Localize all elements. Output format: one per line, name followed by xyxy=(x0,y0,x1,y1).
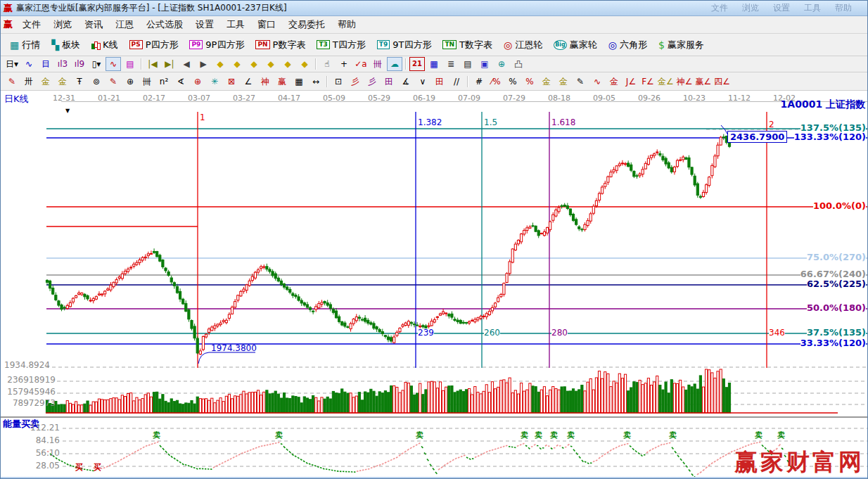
menu-item-江恩[interactable]: 江恩 xyxy=(109,17,140,32)
gann-star-icon[interactable]: ✳ xyxy=(207,75,222,89)
ruler-123-icon[interactable]: ▦ xyxy=(291,75,307,89)
wave-red-icon[interactable]: ∿ xyxy=(589,75,605,89)
gann-gold-2-icon[interactable]: 金 xyxy=(55,75,70,89)
candle-pencil-icon[interactable]: ✎ xyxy=(573,75,588,89)
bars-3-icon[interactable]: ıl3 xyxy=(55,57,70,71)
hatch-lines-icon[interactable]: 卅 xyxy=(21,75,37,89)
grid-red-icon[interactable]: 田 xyxy=(432,75,447,89)
gann-gold-1-icon[interactable]: 金 xyxy=(38,75,53,89)
sectors-button[interactable]: ▚板块 xyxy=(46,37,85,53)
fan-red-icon[interactable]: 彡 xyxy=(347,75,363,89)
winner-wheel-icon: Big xyxy=(554,40,567,50)
diamond-left-icon[interactable]: ◆ xyxy=(212,57,228,71)
gold-circle-icon[interactable]: 金 xyxy=(539,75,554,89)
last-bar-icon[interactable]: ▶| xyxy=(162,57,177,71)
menu-item-资讯[interactable]: 资讯 xyxy=(78,17,109,32)
width-arrows-icon[interactable]: ↔ xyxy=(308,75,324,89)
diamond-h-expand-icon[interactable]: ◆ xyxy=(246,57,262,71)
percent-icon[interactable]: % xyxy=(505,75,521,89)
angle-marks-icon[interactable]: ∠ xyxy=(241,75,256,89)
web-globe-icon[interactable]: ⊕ xyxy=(494,57,509,71)
menu-item-帮助[interactable]: 帮助 xyxy=(331,17,362,32)
calculator-icon[interactable]: ▦ xyxy=(426,57,442,71)
hatch-lines-2-icon[interactable]: 卌 xyxy=(139,75,155,89)
market-quotes-button[interactable]: ▦行情 xyxy=(5,37,45,53)
menu-item-浏览[interactable]: 浏览 xyxy=(47,17,78,32)
menu-item-设置[interactable]: 设置 xyxy=(189,17,220,32)
angle-mirror-icon[interactable]: ∢ xyxy=(173,75,189,89)
date-axis-label: 01-21 xyxy=(98,94,120,103)
f-angle-icon[interactable]: F∠ xyxy=(640,75,656,89)
gann-circle-icon[interactable]: ⊕ xyxy=(122,75,138,89)
menu-item-公式选股[interactable]: 公式选股 xyxy=(140,17,189,32)
gold-box-red-icon[interactable]: 金 xyxy=(606,75,622,89)
first-bar-icon[interactable]: |◀ xyxy=(145,57,160,71)
box-x-icon[interactable]: ⊠ xyxy=(224,75,239,89)
print-export-icon[interactable]: 凸 xyxy=(511,57,526,71)
winner-service-button[interactable]: $赢家服务 xyxy=(653,37,709,53)
spiral-icon[interactable]: ⊚ xyxy=(89,75,104,89)
check-line-icon[interactable]: ∨ xyxy=(415,75,430,89)
9t-square-button[interactable]: T99T四方形 xyxy=(372,37,437,53)
fan-purple-box-icon[interactable]: 彡 xyxy=(364,75,380,89)
ying-tool-icon[interactable]: 赢 xyxy=(274,75,290,89)
gann-wheel-button[interactable]: ◎江恩轮 xyxy=(499,37,547,53)
p-number-table-button[interactable]: PNP数字表 xyxy=(250,37,310,53)
percent-slash-icon[interactable]: ⁄% xyxy=(488,75,504,89)
diamond-right-icon[interactable]: ◆ xyxy=(229,57,245,71)
slash-lines-icon[interactable]: // xyxy=(449,75,464,89)
data-list-icon[interactable]: ≣ xyxy=(443,57,459,71)
gold-angle-icon[interactable]: 金∠ xyxy=(657,75,675,89)
smart-cloud-icon[interactable]: ☁ xyxy=(387,57,402,71)
f-ruler-icon[interactable]: Ŧ xyxy=(72,75,87,89)
hand-drag-icon[interactable]: ☝ xyxy=(319,57,335,71)
next-bar-icon[interactable]: ▶ xyxy=(196,57,211,71)
compass-cross-icon[interactable]: ⊕ xyxy=(190,75,205,89)
annotate-icon[interactable]: ✓a xyxy=(353,57,369,71)
t-square-button[interactable]: T3T四方形 xyxy=(312,37,370,53)
ying-angle-icon[interactable]: 赢∠ xyxy=(695,75,713,89)
p-square-button[interactable]: PSP四方形 xyxy=(125,37,184,53)
diamond-cross-icon[interactable]: ◆ xyxy=(297,57,312,71)
brush-icon[interactable]: ✎ xyxy=(4,75,20,89)
winner-wheel-button[interactable]: Big赢家轮 xyxy=(549,37,602,53)
t-number-table-button[interactable]: TNT数字表 xyxy=(438,37,497,53)
angle-lines-icon[interactable]: ∡ xyxy=(398,75,414,89)
calendar-21-icon[interactable]: 21 xyxy=(409,57,425,71)
zigzag-red-icon[interactable]: ∿ xyxy=(106,57,121,71)
candle-style-dropdown-icon[interactable]: ▯▾ xyxy=(89,57,104,71)
shen-angle-icon[interactable]: 神∠ xyxy=(676,75,694,89)
crosshair-icon[interactable]: + xyxy=(336,57,352,71)
grid-tool-purple-icon[interactable]: 卌 xyxy=(370,57,385,71)
box-select-icon[interactable]: ⊡ xyxy=(331,75,346,89)
menu-item-工具[interactable]: 工具 xyxy=(220,17,251,32)
title-bar[interactable]: 赢 赢家江恩专业版[赢家内部服务平台] - [上证指数 SH1A0001-237… xyxy=(1,1,867,16)
diamond-v-expand-icon[interactable]: ◆ xyxy=(280,57,295,71)
net-box-icon[interactable]: 田 xyxy=(381,75,397,89)
scale-ruler-icon[interactable]: # xyxy=(471,75,487,89)
chart-area[interactable]: 日K线 1A0001 上证指数 ▼ 2436.7900 1974.3800 能量… xyxy=(1,91,867,479)
hexagon-button[interactable]: ◎六角形 xyxy=(604,37,652,53)
kline-button[interactable]: K线 xyxy=(87,37,123,53)
notepad-icon[interactable]: ▤ xyxy=(460,57,476,71)
j-angle-icon[interactable]: J∠ xyxy=(623,75,639,89)
9p-square-button[interactable]: P99P四方形 xyxy=(184,37,249,53)
zigzag-blue-icon[interactable]: ∿ xyxy=(21,57,37,71)
diamond-collapse-icon[interactable]: ◆ xyxy=(263,57,279,71)
pencil-icon[interactable]: ✎ xyxy=(106,75,121,89)
color-histogram-icon[interactable]: ▤ xyxy=(122,57,138,71)
shen-tool-icon[interactable]: 神 xyxy=(257,75,273,89)
gold-line-icon[interactable]: 金 xyxy=(556,75,571,89)
save-icon[interactable]: ▣ xyxy=(477,57,492,71)
date-axis-label: 05-09 xyxy=(323,94,345,103)
menu-item-文件[interactable]: 文件 xyxy=(16,17,47,32)
bars-9-icon[interactable]: ıl9 xyxy=(72,57,87,71)
info-board-icon[interactable]: 目 xyxy=(38,57,53,71)
prev-bar-icon[interactable]: ◀ xyxy=(179,57,194,71)
percent-line-icon[interactable]: % xyxy=(522,75,537,89)
menu-item-窗口[interactable]: 窗口 xyxy=(251,17,282,32)
si-angle-icon[interactable]: 四∠ xyxy=(713,75,731,89)
menu-item-交易委托[interactable]: 交易委托 xyxy=(282,17,331,32)
period-day-dropdown-icon[interactable]: 日▾ xyxy=(4,57,20,71)
n-squared-icon[interactable]: n² xyxy=(156,75,172,89)
